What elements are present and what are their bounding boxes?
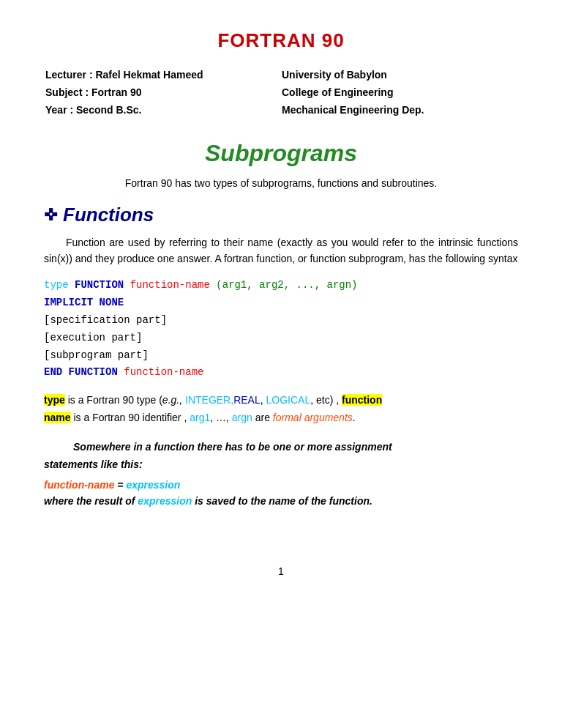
syntax-line1: type FUNCTION function-name (arg1, arg2,… [44, 277, 518, 294]
college-label: College of Engineering [282, 84, 517, 100]
department-label: Mechanical Engineering Dep. [282, 102, 517, 118]
subject-label: Subject : Fortran 90 [45, 84, 280, 100]
syntax-block: type FUNCTION function-name (arg1, arg2,… [44, 277, 518, 382]
type-keyword: type [44, 279, 69, 291]
assignment-block: Somewhere in a function there has to be … [44, 439, 518, 474]
name-highlight: name [44, 412, 71, 423]
function-highlight: function [342, 394, 382, 406]
expression-part: expression [126, 479, 180, 491]
arrow-icon: ✜ [44, 206, 57, 225]
syntax-line3: [specification part] [44, 312, 518, 330]
functions-heading: ✜ Functions [44, 204, 518, 226]
function-name-eq: function-name = expression [44, 479, 518, 491]
expression-italic: expression [138, 495, 192, 507]
function-keyword: FUNCTION [75, 279, 124, 291]
type-description: type is a Fortran 90 type (e.g., INTEGER… [44, 392, 518, 427]
implicit-none: IMPLICIT NONE [44, 297, 124, 308]
university-label: University of Babylon [282, 67, 517, 83]
arg1-text: arg1 [190, 412, 210, 423]
equals-sign: = [117, 479, 126, 491]
argn-text: argn [232, 412, 252, 423]
exec-part: [execution part] [44, 332, 142, 343]
syntax-line2: IMPLICIT NONE [44, 294, 518, 312]
fn-name-part: function-name [44, 479, 114, 491]
functions-title: Functions [63, 204, 154, 226]
result-line: where the result of expression is saved … [44, 495, 518, 507]
integer-keyword: INTEGER [185, 394, 231, 406]
spec-part: [specification part] [44, 314, 167, 326]
subprog-part: [subprogram part] [44, 349, 149, 361]
end-function-keyword: END FUNCTION [44, 366, 118, 378]
end-function-name: function-name [124, 366, 203, 378]
year-label: Year : Second B.Sc. [45, 102, 280, 118]
syntax-line4: [execution part] [44, 330, 518, 347]
functions-body: Function are used by referring to their … [44, 235, 518, 267]
formal-args-text: formal arguments [273, 412, 353, 423]
header-info: Lecturer : Rafel Hekmat Hameed Universit… [44, 65, 518, 119]
subprograms-title: Subprograms [44, 140, 518, 167]
intro-text: Fortran 90 has two types of subprograms,… [44, 177, 518, 189]
type-highlight: type [44, 394, 65, 406]
page-title: FORTRAN 90 [44, 29, 518, 52]
syntax-line5: [subprogram part] [44, 347, 518, 365]
logical-keyword: LOGICAL [266, 394, 310, 406]
lecturer-label: Lecturer : Rafel Hekmat Hameed [45, 67, 280, 83]
function-name-syntax: function-name [130, 279, 210, 291]
page-number: 1 [44, 565, 518, 577]
args-syntax: (arg1, arg2, ..., argn) [216, 279, 357, 291]
syntax-line6: END FUNCTION function-name [44, 364, 518, 382]
real-keyword: REAL [233, 394, 261, 406]
